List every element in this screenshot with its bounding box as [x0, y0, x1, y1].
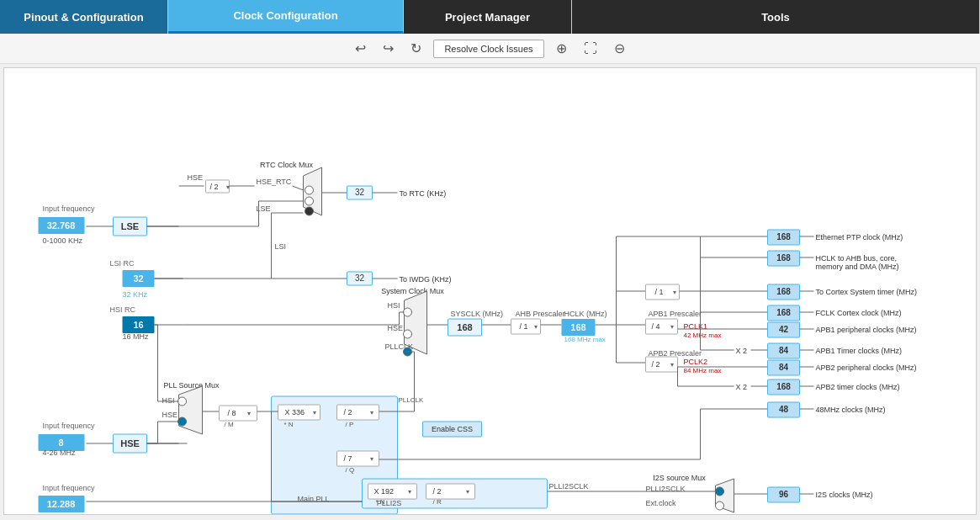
apb2-timer-label: APB2 timer clocks (MHz): [816, 383, 900, 391]
div-m-dropdown[interactable]: [220, 406, 257, 421]
plli2s-r-name: / R: [433, 498, 442, 506]
plli2s-n-name: * N: [376, 498, 385, 506]
rtc-radio-2[interactable]: [305, 197, 314, 205]
mul-n-arrow: ▾: [313, 409, 316, 417]
fclk-val: 168: [776, 308, 791, 317]
hse-pll-label: HSE: [162, 411, 178, 419]
hse-range: 4-26 MHz: [43, 448, 77, 457]
clock-diagram-svg: Input frequency 32.768 0-1000 KHz LSE LS…: [4, 68, 976, 514]
redo-button[interactable]: ↪: [378, 39, 399, 58]
hse-sys-label: HSE: [388, 324, 404, 332]
tab-project-label: Project Manager: [445, 11, 530, 24]
hse-rtc-label: HSE_RTC: [257, 178, 292, 186]
sys-radio-hse[interactable]: [404, 330, 412, 338]
tab-project[interactable]: Project Manager: [404, 0, 572, 34]
to-iwdg-label: To IWDG (KHz): [400, 275, 452, 284]
hclk-val: 168: [570, 322, 585, 332]
i2s-clk-val: 96: [779, 490, 789, 499]
ahb-bus-val: 168: [776, 253, 791, 263]
resolve-clock-button[interactable]: Resolve Clock Issues: [433, 40, 543, 58]
tab-tools[interactable]: Tools: [572, 0, 980, 34]
apb1-periph-val: 42: [779, 325, 789, 334]
pll-src-radio-hsi[interactable]: [178, 397, 187, 406]
zoom-out-button[interactable]: ⊖: [609, 39, 630, 58]
iwdg-output-val: 32: [355, 273, 365, 283]
apb1-timer-label: APB1 Timer clocks (MHz): [816, 347, 903, 355]
apb2-periph-val: 84: [779, 363, 789, 372]
rtc-output-val: 32: [355, 188, 365, 197]
sys-radio-hsi[interactable]: [404, 308, 412, 316]
hclk-max: 168 MHz max: [564, 336, 606, 343]
tab-clock-label: Clock Configuration: [233, 9, 337, 22]
rtc-radio-3[interactable]: [305, 207, 314, 215]
apb1-arrow: ▾: [670, 323, 674, 331]
rtc-mux-label: RTC Clock Mux: [260, 161, 313, 169]
plli2s-freq-val: 12.288: [47, 499, 76, 509]
cortex-timer-label: To Cortex System timer (MHz): [816, 288, 918, 296]
div-q-arrow: ▾: [370, 455, 373, 463]
ahb-bus-label2: memory and DMA (MHz): [816, 263, 899, 271]
fclk-label: FCLK Cortex clock (MHz): [816, 309, 902, 317]
tab-pinout-label: Pinout & Configuration: [24, 11, 143, 24]
ahb-bus-label: HCLK to AHB bus, core,: [816, 254, 898, 263]
apb2-div-label: / 2: [652, 360, 660, 369]
sys-mux-label: System Clock Mux: [381, 287, 444, 295]
mul-n-val: X 336: [285, 408, 305, 417]
lsi-rc-label: LSI RC: [110, 259, 135, 268]
div-q-name: / Q: [346, 466, 355, 474]
plli2s-input-label: Input frequency: [43, 484, 96, 492]
enable-css-label: Enable CSS: [432, 425, 473, 433]
apb2-periph-label: APB2 peripheral clocks (MHz): [816, 363, 917, 372]
hse-label-rtc: HSE: [188, 173, 204, 182]
pclk2-max: 84 MHz max: [684, 367, 722, 374]
lsi-khz: 32 KHz: [123, 290, 148, 299]
plli2s-r-arrow: ▾: [466, 488, 469, 496]
hsi-mhz: 16 MHz: [123, 332, 150, 341]
zoom-fit-button[interactable]: ⛶: [579, 40, 602, 58]
x2-apb1-label: X 2: [736, 347, 748, 355]
48mhz-val: 48: [779, 405, 789, 414]
undo-button[interactable]: ↩: [350, 39, 371, 58]
plli2s-n-arrow: ▾: [408, 488, 411, 496]
pclk2-label: PCLK2: [684, 358, 708, 366]
ahb-div-val: / 1: [520, 322, 528, 331]
tab-pinout[interactable]: Pinout & Configuration: [0, 0, 168, 34]
toolbar: ↩ ↪ ↻ Resolve Clock Issues ⊕ ⛶ ⊖: [0, 34, 980, 64]
apb2-timer-val: 168: [776, 382, 791, 391]
rtc-radio-1[interactable]: [305, 186, 314, 194]
div-m-label: / 8: [228, 409, 236, 417]
sysclk-val: 168: [457, 322, 472, 332]
apb1-div-label: / 4: [652, 322, 660, 331]
top-nav: Pinout & Configuration Clock Configurati…: [0, 0, 980, 34]
x2-apb2-label: X 2: [736, 383, 748, 391]
div-m-arrow: ▾: [247, 410, 251, 417]
apb1-periph-label: APB1 peripheral clocks (MHz): [816, 326, 917, 334]
tab-tools-label: Tools: [761, 11, 790, 24]
hse-freq-val: 8: [58, 438, 63, 448]
hsi-freq-val: 16: [133, 320, 143, 330]
cortex-div-arrow: ▾: [673, 289, 676, 296]
ahb-arrow: ▾: [534, 323, 538, 331]
lse-freq-val: 32.768: [47, 220, 76, 231]
pllclk-mux-label: PLLCLK: [399, 396, 424, 404]
lse-input-freq-label: Input frequency: [43, 204, 96, 213]
pll-src-radio-hse[interactable]: [178, 417, 187, 426]
i2s-src-mux-label: I2S source Mux: [653, 474, 706, 482]
div-m-name: / M: [225, 421, 234, 428]
pclk1-max: 42 MHz max: [684, 332, 722, 339]
cortex-div-label: / 1: [655, 288, 664, 296]
hsi-pll-label: HSI: [162, 396, 175, 405]
plli2s-n-val: X 192: [374, 487, 395, 496]
zoom-in-button[interactable]: ⊕: [551, 39, 572, 58]
plli2sclk-label: PLLI2SCLK: [549, 482, 589, 491]
hclk-label: HCLK (MHz): [564, 310, 607, 318]
plli2s-r-val: / 2: [433, 487, 442, 496]
apb2-arrow: ▾: [670, 361, 674, 369]
apb1-prescaler-label: APB1 Prescaler: [649, 310, 702, 318]
tab-clock[interactable]: Clock Configuration: [168, 0, 404, 34]
lsi-mux-label: LSI: [275, 242, 287, 251]
i2s-radio-ext[interactable]: [716, 501, 724, 510]
i2s-radio-plli2s[interactable]: [716, 487, 724, 496]
refresh-button[interactable]: ↻: [405, 39, 426, 58]
apb1-timer-val: 84: [779, 346, 789, 355]
